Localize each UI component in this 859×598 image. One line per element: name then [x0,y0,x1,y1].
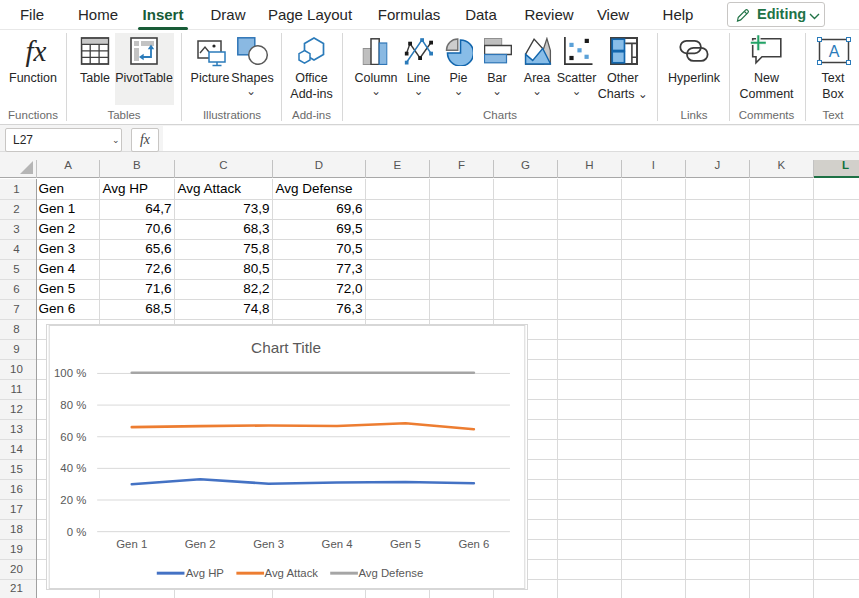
svg-text:0 %: 0 % [67,526,87,538]
svg-text:Gen 4: Gen 4 [322,538,353,550]
svg-text:Gen 2: Gen 2 [185,538,216,550]
svg-text:Avg Attack: Avg Attack [265,567,319,579]
svg-text:Gen 6: Gen 6 [458,538,489,550]
svg-text:60 %: 60 % [60,431,86,443]
svg-text:Chart Title: Chart Title [251,339,321,356]
svg-text:Gen 5: Gen 5 [390,538,421,550]
svg-text:80 %: 80 % [60,399,86,411]
svg-text:40 %: 40 % [60,462,86,474]
svg-text:Avg Defense: Avg Defense [358,567,423,579]
svg-text:100 %: 100 % [54,367,86,379]
svg-text:A: A [829,43,840,60]
svg-text:Avg HP: Avg HP [186,567,224,579]
svg-text:Gen 1: Gen 1 [116,538,147,550]
svg-text:20 %: 20 % [60,494,86,506]
svg-text:Gen 3: Gen 3 [253,538,284,550]
